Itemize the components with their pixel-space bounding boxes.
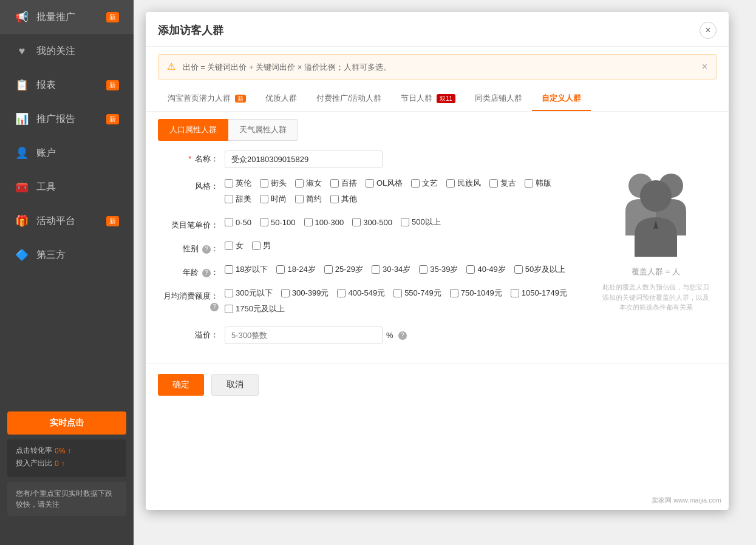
category-label: 类目笔单价： xyxy=(158,217,225,231)
age-content: 18岁以下 18-24岁 25-29岁 30-34岁 35-39岁 40-49岁… xyxy=(225,264,583,277)
alert-close-icon[interactable]: × xyxy=(702,61,707,72)
tab-taobao-home[interactable]: 淘宝首页潜力人群 新 xyxy=(158,87,256,111)
report-icon: 📋 xyxy=(15,78,29,92)
style-cb-fugu[interactable]: 复古 xyxy=(489,178,516,189)
modal-footer: 确定 取消 xyxy=(146,364,729,405)
style-cb-qita[interactable]: 其他 xyxy=(330,194,357,205)
gender-cb-female[interactable]: 女 xyxy=(225,240,243,251)
style-cb-ol[interactable]: OL风格 xyxy=(366,178,403,189)
tab-paid-promo[interactable]: 付费推广/活动人群 xyxy=(307,87,392,111)
tab-custom[interactable]: 自定义人群 xyxy=(532,87,591,111)
roi-stat: 投入产出比 0 ↑ xyxy=(16,458,118,469)
style-cb-jietou[interactable]: 街头 xyxy=(260,178,287,189)
cat-cb-500plus[interactable]: 500以上 xyxy=(401,217,441,228)
confirm-button[interactable]: 确定 xyxy=(158,374,204,396)
tools-icon: 🧰 xyxy=(15,180,29,194)
age-cb-40-49[interactable]: 40-49岁 xyxy=(466,264,505,275)
style-cb-yinglu[interactable]: 英伦 xyxy=(225,178,251,189)
bid-row: 溢价： % ? xyxy=(158,327,583,344)
monthly-cb-300-399[interactable]: 300-399元 xyxy=(281,288,329,299)
account-icon: 👤 xyxy=(15,146,29,160)
tab-badge-double11: 双11 xyxy=(437,94,455,103)
monthly-cb-under300[interactable]: 300元以下 xyxy=(225,288,273,299)
batch-promo-icon: 📢 xyxy=(15,10,29,24)
alert-text: 出价 = 关键词出价 + 关键词出价 × 溢价比例；人群可多选。 xyxy=(183,63,391,72)
realtime-stats: 点击转化率 0% ↑ 投入产出比 0 ↑ xyxy=(7,439,126,477)
tab-quality[interactable]: 优质人群 xyxy=(256,87,307,111)
category-content: 0-50 50-100 100-300 300-500 500以上 xyxy=(225,217,583,230)
age-row: 年龄 ?： 18岁以下 18-24岁 25-29岁 30-34岁 35-39岁 … xyxy=(158,264,583,278)
style-row: 风格： 英伦 街头 淑女 百搭 OL风格 文艺 民族风 复古 韩版 甜美 xyxy=(158,178,583,207)
sub-tab-demographic[interactable]: 人口属性人群 xyxy=(158,119,228,141)
style-cb-jianyue[interactable]: 简约 xyxy=(295,194,322,205)
badge-new-promo-report: 新 xyxy=(106,114,119,124)
svg-point-2 xyxy=(640,180,672,212)
modal-title: 添加访客人群 xyxy=(158,23,223,38)
cancel-button[interactable]: 取消 xyxy=(211,374,259,396)
gender-help-icon[interactable]: ? xyxy=(202,245,211,254)
cat-cb-300-500[interactable]: 300-500 xyxy=(352,218,392,227)
age-cb-35-39[interactable]: 35-39岁 xyxy=(419,264,458,275)
sidebar-item-tools[interactable]: 🧰 工具 xyxy=(0,170,134,204)
age-cb-50plus[interactable]: 50岁及以上 xyxy=(514,264,565,275)
modal-close-button[interactable]: × xyxy=(700,22,717,39)
gender-cb-male[interactable]: 男 xyxy=(252,240,271,251)
monthly-label: 月均消费额度： ? xyxy=(158,288,225,311)
watermark: 卖家网 www.maijia.com xyxy=(652,496,721,505)
monthly-help-icon[interactable]: ? xyxy=(210,303,219,311)
notice-box: 您有/个重点宝贝实时数据下跌较快，请关注 xyxy=(7,482,126,516)
sidebar-label-my-follow: 我的关注 xyxy=(36,45,119,58)
monthly-cb-750-1049[interactable]: 750-1049元 xyxy=(450,288,502,299)
sidebar-item-activity[interactable]: 🎁 活动平台 新 xyxy=(0,204,134,238)
cat-cb-100-300[interactable]: 100-300 xyxy=(304,218,344,227)
tab-similar-store[interactable]: 同类店铺人群 xyxy=(465,87,532,111)
monthly-content: 300元以下 300-399元 400-549元 550-749元 750-10… xyxy=(225,288,583,317)
main-tabs: 淘宝首页潜力人群 新 优质人群 付费推广/活动人群 节日人群 双11 同类店铺人… xyxy=(146,87,729,112)
tab-festival[interactable]: 节日人群 双11 xyxy=(391,87,465,111)
promo-report-icon: 📊 xyxy=(15,112,29,126)
name-input[interactable] xyxy=(225,151,383,168)
bid-input[interactable] xyxy=(225,327,383,344)
alert-bar: ⚠ 出价 = 关键词出价 + 关键词出价 × 溢价比例；人群可多选。 × xyxy=(158,54,717,80)
age-cb-18-24[interactable]: 18-24岁 xyxy=(276,264,315,275)
sub-tab-weather[interactable]: 天气属性人群 xyxy=(228,119,298,141)
age-checkbox-group: 18岁以下 18-24岁 25-29岁 30-34岁 35-39岁 40-49岁… xyxy=(225,264,583,277)
style-cb-hanban[interactable]: 韩版 xyxy=(525,178,551,189)
sidebar-label-report: 报表 xyxy=(36,79,97,92)
monthly-cb-1750plus[interactable]: 1750元及以上 xyxy=(225,303,285,314)
style-cb-wenyi[interactable]: 文艺 xyxy=(411,178,438,189)
sidebar-item-third-party[interactable]: 🔷 第三方 xyxy=(0,238,134,272)
main-area: 添加访客人群 × ⚠ 出价 = 关键词出价 + 关键词出价 × 溢价比例；人群可… xyxy=(134,0,756,545)
sidebar-item-report[interactable]: 📋 报表 新 xyxy=(0,68,134,102)
style-cb-baidar[interactable]: 百搭 xyxy=(330,178,357,189)
person-svg xyxy=(607,163,704,260)
cat-cb-50-100[interactable]: 50-100 xyxy=(260,218,295,227)
style-cb-minzu[interactable]: 民族风 xyxy=(446,178,481,189)
sub-tabs: 人口属性人群 天气属性人群 xyxy=(146,112,729,141)
style-cb-tianmei[interactable]: 甜美 xyxy=(225,194,251,205)
sidebar-label-activity: 活动平台 xyxy=(36,215,97,228)
monthly-cb-550-749[interactable]: 550-749元 xyxy=(393,288,441,299)
age-cb-30-34[interactable]: 30-34岁 xyxy=(372,264,410,275)
bid-label: 溢价： xyxy=(158,327,225,340)
sidebar-item-batch-promo[interactable]: 📢 批量推广 新 xyxy=(0,0,134,34)
monthly-cb-1050-1749[interactable]: 1050-1749元 xyxy=(511,288,567,299)
category-row: 类目笔单价： 0-50 50-100 100-300 300-500 500以上 xyxy=(158,217,583,231)
cat-cb-0-50[interactable]: 0-50 xyxy=(225,218,251,227)
realtime-click-button[interactable]: 实时点击 xyxy=(7,411,126,435)
sidebar-item-my-follow[interactable]: ♥ 我的关注 xyxy=(0,34,134,68)
sidebar-item-account[interactable]: 👤 账户 xyxy=(0,136,134,170)
ctr-stat: 点击转化率 0% ↑ xyxy=(16,445,118,456)
sidebar-item-promo-report[interactable]: 📊 推广报告 新 xyxy=(0,102,134,136)
age-help-icon[interactable]: ? xyxy=(202,269,211,277)
name-label: * 名称： xyxy=(158,151,225,164)
style-cb-shishang[interactable]: 时尚 xyxy=(260,194,287,205)
bid-help-icon[interactable]: ? xyxy=(398,331,407,340)
monthly-cb-400-549[interactable]: 400-549元 xyxy=(337,288,385,299)
style-cb-shunv[interactable]: 淑女 xyxy=(295,178,322,189)
age-cb-under18[interactable]: 18岁以下 xyxy=(225,264,268,275)
style-label: 风格： xyxy=(158,178,225,192)
age-cb-25-29[interactable]: 25-29岁 xyxy=(324,264,363,275)
gender-row: 性别 ?： 女 男 xyxy=(158,240,583,254)
name-content xyxy=(225,151,583,168)
